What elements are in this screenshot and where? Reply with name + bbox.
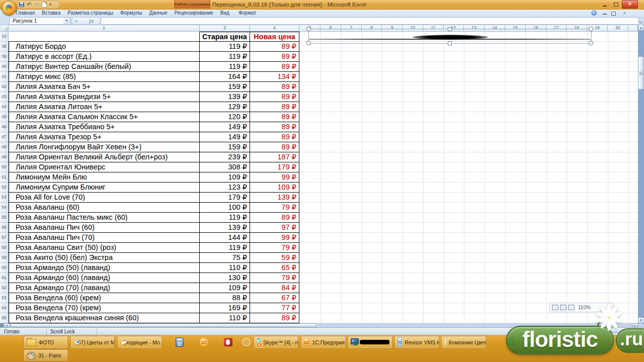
fx-icon[interactable]: ƒx: [89, 18, 94, 24]
cell-old-price-row-52[interactable]: 123 ₽: [200, 183, 250, 193]
restore-button[interactable]: [611, 1, 621, 8]
cell-name-row-52[interactable]: Лимониум Суприм Блюниг: [9, 183, 200, 193]
taskbar-button-calculator-icon[interactable]: [174, 336, 186, 348]
scroll-right-icon[interactable]: ►: [632, 323, 638, 327]
normal-view-icon[interactable]: [552, 305, 558, 310]
tab-Разметка страницы[interactable]: Разметка страницы: [64, 9, 117, 17]
cell-name-row-42[interactable]: Лилия Азиатка Бач 5+: [9, 82, 200, 92]
cell-name-row-57[interactable]: Роза Аваланш Пич (70): [9, 233, 200, 243]
horizontal-scroll-thumb[interactable]: [11, 323, 316, 327]
row-header-38[interactable]: 38: [0, 42, 9, 52]
selection-corner-handle[interactable]: [589, 41, 593, 45]
qat-customize-icon[interactable]: ▾: [49, 3, 51, 7]
tab-Данные[interactable]: Данные: [145, 9, 171, 17]
insert-function-area[interactable]: ƒx: [71, 17, 101, 25]
cell-old-price-row-38[interactable]: 119 ₽: [200, 42, 250, 52]
row-header-39[interactable]: 39: [0, 52, 9, 62]
cell-new-price-row-52[interactable]: 109 ₽: [250, 183, 299, 193]
cell-new-price-row-63[interactable]: 67 ₽: [250, 293, 299, 303]
scroll-up-icon[interactable]: ▲: [638, 25, 644, 31]
column-header-20[interactable]: 20: [608, 25, 628, 32]
cell-old-price-row-60[interactable]: 110 ₽: [200, 263, 250, 273]
taskbar-button-ФОТО[interactable]: ФОТО: [24, 336, 68, 348]
cell-name-row-59[interactable]: Роза Акито (50) (бел) Экстра: [9, 253, 200, 263]
cell-old-price-row-44[interactable]: 129 ₽: [200, 102, 250, 112]
row-header-42[interactable]: 42: [0, 82, 9, 92]
cell-new-price-row-47[interactable]: 89 ₽: [250, 132, 299, 142]
name-box-dropdown-icon[interactable]: ▼: [63, 17, 70, 25]
taskbar-button-(67) Цветы от М...[interactable]: (67) Цветы от М...: [70, 336, 115, 348]
scroll-left-icon[interactable]: ◄: [4, 323, 10, 327]
cell-name-row-50[interactable]: Лилия Ориентал Юниверс: [9, 162, 200, 172]
close-button[interactable]: ×: [622, 0, 638, 9]
taskbar-button-31 - Paint[interactable]: 31 - Paint: [24, 349, 68, 361]
save-icon[interactable]: [19, 2, 24, 7]
row-header-61[interactable]: 61: [0, 273, 9, 283]
cell-old-price-row-47[interactable]: 149 ₽: [200, 132, 250, 142]
row-header-65[interactable]: 65: [0, 313, 9, 323]
table-header-old-price[interactable]: Старая цена: [200, 32, 250, 42]
selection-mid-handle[interactable]: [448, 41, 452, 45]
table-header-new-price[interactable]: Новая цена: [250, 32, 299, 42]
cell-name-row-41[interactable]: Латирус микс (85): [9, 72, 200, 82]
cell-old-price-row-56[interactable]: 139 ₽: [200, 223, 250, 233]
taskbar-button-computer-icon[interactable]: [348, 336, 392, 348]
cell-name-row-62[interactable]: Роза Армандо (70) (лаванд): [9, 283, 200, 293]
cell-new-price-row-54[interactable]: 79 ₽: [250, 203, 299, 213]
row-header-48[interactable]: 48: [0, 142, 9, 152]
cell-name-row-43[interactable]: Лилия Азиатка Бриндизи 5+: [9, 92, 200, 102]
table-header-empty-cell[interactable]: [9, 32, 200, 42]
row-header-10[interactable]: 10: [0, 32, 9, 42]
vertical-scrollbar[interactable]: ▲ ▼: [638, 25, 644, 323]
row-header-40[interactable]: 40: [0, 62, 9, 72]
cell-new-price-row-40[interactable]: 89 ₽: [250, 62, 299, 72]
page-break-view-icon[interactable]: [568, 305, 575, 310]
cell-old-price-row-64[interactable]: 169 ₽: [200, 303, 250, 313]
row-header-51[interactable]: 51: [0, 172, 9, 183]
cell-new-price-row-57[interactable]: 99 ₽: [250, 233, 299, 243]
selection-corner-handle[interactable]: [306, 27, 311, 31]
cell-old-price-row-42[interactable]: 159 ₽: [200, 82, 250, 92]
row-header-60[interactable]: 60: [0, 263, 9, 273]
cell-name-row-49[interactable]: Лилия Ориентал Великий Альберт (бел+роз): [9, 152, 200, 162]
column-header-1[interactable]: 1: [9, 25, 200, 32]
cell-new-price-row-45[interactable]: 89 ₽: [250, 112, 299, 122]
cell-old-price-row-62[interactable]: 109 ₽: [200, 283, 250, 293]
cell-new-price-row-46[interactable]: 89 ₽: [250, 122, 299, 132]
undo-icon[interactable]: ↶: [27, 2, 32, 7]
row-header-52[interactable]: 52: [0, 183, 9, 193]
workbook-restore-button[interactable]: [611, 12, 616, 16]
row-header-57[interactable]: 57: [0, 233, 9, 243]
cell-name-row-65[interactable]: Роза Вендела крашенная синяя (60): [9, 313, 200, 323]
row-header-62[interactable]: 62: [0, 283, 9, 293]
tab-Вид[interactable]: Вид: [217, 9, 233, 17]
row-header-55[interactable]: 55: [0, 213, 9, 223]
cell-name-row-38[interactable]: Латирус Бордо: [9, 42, 200, 52]
cell-name-row-51[interactable]: Лимониум Мейн Блю: [9, 172, 200, 183]
cell-new-price-row-61[interactable]: 79 ₽: [250, 273, 299, 283]
cell-old-price-row-63[interactable]: 88 ₽: [200, 293, 250, 303]
cell-old-price-row-50[interactable]: 308 ₽: [200, 162, 250, 172]
cell-name-row-48[interactable]: Лилия Лонгифлорум Вайт Хевен (3+): [9, 142, 200, 152]
cell-old-price-row-57[interactable]: 144 ₽: [200, 233, 250, 243]
cell-old-price-row-55[interactable]: 119 ₽: [200, 213, 250, 223]
cell-new-price-row-49[interactable]: 187 ₽: [250, 152, 299, 162]
vertical-scroll-thumb[interactable]: [638, 56, 644, 89]
cell-old-price-row-65[interactable]: 110 ₽: [200, 313, 250, 323]
help-icon[interactable]: ?: [591, 10, 597, 16]
cell-new-price-row-56[interactable]: 97 ₽: [250, 223, 299, 233]
cell-new-price-row-44[interactable]: 89 ₽: [250, 102, 299, 112]
page-layout-view-icon[interactable]: [560, 305, 567, 310]
taskbar-button-Компания Цвет...[interactable]: Компания Цвет...: [441, 336, 486, 348]
cell-name-row-60[interactable]: Роза Армандо (50) (лаванд): [9, 263, 200, 273]
row-header-56[interactable]: 56: [0, 223, 9, 233]
taskbar-button-Skype™ [4] - rus...[interactable]: S4Skype™ [4] - rus...: [254, 336, 298, 348]
cell-new-price-row-38[interactable]: 89 ₽: [250, 42, 299, 52]
row-header-45[interactable]: 45: [0, 112, 9, 122]
formula-input[interactable]: [101, 17, 639, 25]
zoom-level[interactable]: 110%: [578, 305, 591, 310]
cell-new-price-row-64[interactable]: 77 ₽: [250, 303, 299, 313]
taskbar-button-dim-app-icon[interactable]: [241, 336, 251, 348]
cell-name-row-47[interactable]: Лилия Азиатка Трезор 5+: [9, 132, 200, 142]
cell-name-row-64[interactable]: Роза Вендела (70) (крем): [9, 303, 200, 313]
